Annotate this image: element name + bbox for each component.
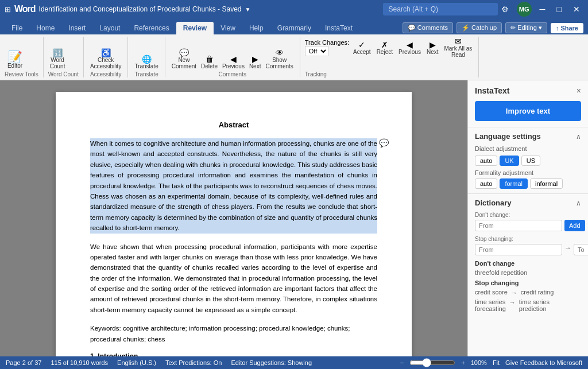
stop-item-2-to: time seriesprediction (519, 298, 550, 312)
stop-changing-entry-title: Stop changing (475, 279, 581, 286)
tab-grammarly[interactable]: Grammarly (270, 22, 318, 34)
share-button[interactable]: ↑ Share (551, 23, 583, 33)
tab-view[interactable]: View (214, 22, 242, 34)
formality-auto-button[interactable]: auto (475, 178, 497, 189)
zoom-in-icon[interactable]: + (461, 359, 465, 366)
formality-formal-button[interactable]: formal (500, 178, 528, 189)
mark-all-read-button[interactable]: ✉ Mark All asRead (442, 37, 474, 59)
tab-home[interactable]: Home (29, 22, 61, 34)
user-avatar[interactable]: MG (517, 2, 532, 17)
mark-all-read-icon: ✉ (455, 37, 462, 45)
settings-icon[interactable]: ⚙ (498, 3, 512, 15)
language-settings-section: Language settings ∧ Dialect adjustment a… (468, 127, 588, 193)
word-count-button[interactable]: 🔢 WordCount (48, 48, 67, 70)
comments-button[interactable]: 💬 Comments (403, 22, 453, 33)
dialect-adjustment-row: Dialect adjustment (475, 145, 581, 152)
editor-icon: 📝 (8, 51, 22, 63)
dialect-us-button[interactable]: US (521, 156, 540, 166)
zoom-out-icon[interactable]: − (400, 359, 404, 366)
zoom-slider[interactable] (409, 358, 455, 367)
show-comments-button[interactable]: 👁 ShowComments (264, 48, 295, 70)
keywords: Keywords: cognitive architecture; inform… (90, 323, 377, 344)
accept-button[interactable]: ✓ Accept (351, 40, 373, 56)
main-area: Abstract When it comes to cognitive arch… (0, 80, 588, 356)
stop-to-input[interactable] (574, 244, 588, 255)
tab-insert[interactable]: Insert (61, 22, 92, 34)
word-count-icon: 🔢 (53, 49, 63, 57)
panel-header: InstaText × (468, 80, 588, 99)
translate-label: Translate (134, 63, 158, 69)
dialect-auto-button[interactable]: auto (475, 156, 497, 166)
instatext-panel: InstaText × Improve text Language settin… (467, 80, 588, 356)
catch-up-button[interactable]: ⚡ Catch up (457, 22, 502, 33)
fit-label[interactable]: Fit (493, 359, 500, 366)
editor-button[interactable]: 📝 Editor (5, 50, 25, 70)
dont-change-input[interactable] (475, 220, 562, 231)
editing-button[interactable]: ✏ Editing ▾ (505, 22, 547, 33)
track-changes-select[interactable]: Off On (305, 46, 328, 56)
tab-instatext[interactable]: InstaText (318, 22, 359, 34)
ribbon-tabs: File Home Insert Layout References Revie… (0, 18, 588, 34)
next-comment-button[interactable]: ▶ Next (247, 55, 263, 70)
tab-file[interactable]: File (5, 22, 29, 34)
windows-icon[interactable]: ⊞ (5, 5, 11, 14)
paragraph1: When it comes to cognitive architecture … (90, 138, 377, 234)
stop-changing-entries: Stop changing credit score → credit rati… (475, 279, 581, 312)
dictionary-header: Dictionary ∧ (475, 199, 581, 207)
page-info: Page 2 of 37 (6, 359, 41, 366)
close-window-icon[interactable]: ✕ (570, 3, 583, 15)
accessibility-label: CheckAccessibility (90, 57, 121, 69)
saved-dropdown-icon[interactable]: ▼ (245, 6, 250, 13)
word-logo: Word (14, 4, 36, 14)
word-count-buttons: 🔢 WordCount (48, 37, 67, 70)
stop-item-2-from: time seriesforecasting (475, 298, 506, 312)
stop-from-input[interactable] (475, 244, 562, 255)
check-accessibility-button[interactable]: ♿ CheckAccessibility (88, 48, 123, 70)
dictionary-toggle[interactable]: ∧ (576, 199, 581, 207)
previous-comment-button[interactable]: ◀ Previous (220, 55, 246, 70)
translate-button[interactable]: 🌐 Translate (133, 55, 160, 70)
dialect-uk-button[interactable]: UK (500, 156, 519, 166)
prev-change-button[interactable]: ◀ Previous (397, 40, 423, 56)
accept-icon: ✓ (358, 41, 365, 49)
comments-buttons: 💬 NewComment 🗑 Delete ◀ Previous ▶ Next … (170, 37, 295, 70)
tab-review[interactable]: Review (176, 22, 214, 34)
dont-change-entry-title: Don't change (475, 260, 581, 267)
title-bar-right: ⚙ MG ─ □ ✕ (498, 2, 583, 17)
document-area[interactable]: Abstract When it comes to cognitive arch… (0, 80, 467, 356)
status-bar: Page 2 of 37 115 of 10,910 words English… (0, 356, 588, 369)
formality-informal-button[interactable]: informal (530, 178, 563, 189)
new-comment-icon: 💬 (179, 49, 189, 57)
ribbon-group-tracking: Track Changes: Off On ✓ Accept ✗ Reject … (300, 37, 479, 77)
tab-layout[interactable]: Layout (92, 22, 127, 34)
word-count-group-label: Word Count (48, 70, 79, 77)
review-tools-buttons: 📝 Editor (5, 37, 25, 70)
stop-item-1-from: credit score (475, 289, 508, 296)
stop-item-2-arrow: → (509, 299, 516, 306)
accept-label: Accept (353, 49, 371, 55)
next-change-button[interactable]: ▶ Next (425, 40, 440, 56)
title-search-input[interactable] (383, 3, 498, 15)
tab-references[interactable]: References (127, 22, 176, 34)
improve-text-button[interactable]: Improve text (475, 101, 581, 121)
dont-change-add-button[interactable]: Add (564, 220, 585, 231)
new-comment-button[interactable]: 💬 NewComment (170, 48, 198, 70)
comment-icon-1[interactable]: 💬 (379, 138, 389, 147)
review-tools-label: Review Tools (5, 70, 38, 77)
language-settings-header: Language settings ∧ (475, 132, 581, 141)
tab-help[interactable]: Help (242, 22, 270, 34)
delete-comment-button[interactable]: 🗑 Delete (199, 55, 219, 70)
panel-close-button[interactable]: × (577, 86, 581, 95)
maximize-icon[interactable]: □ (554, 3, 565, 15)
language-settings-toggle[interactable]: ∧ (576, 133, 581, 141)
reject-button[interactable]: ✗ Reject (375, 40, 394, 56)
title-bar: ⊞ Word Identification and Conceptualizat… (0, 0, 588, 18)
next-change-label: Next (427, 49, 439, 55)
document-page: Abstract When it comes to cognitive arch… (56, 92, 412, 356)
dictionary-title: Dictionary (475, 199, 512, 207)
reject-icon: ✗ (381, 41, 388, 49)
abstract-title: Abstract (90, 121, 377, 129)
feedback-label[interactable]: Give Feedback to Microsoft (505, 359, 582, 366)
section-title: 1. Introduction (90, 352, 377, 356)
minimize-icon[interactable]: ─ (536, 3, 549, 15)
